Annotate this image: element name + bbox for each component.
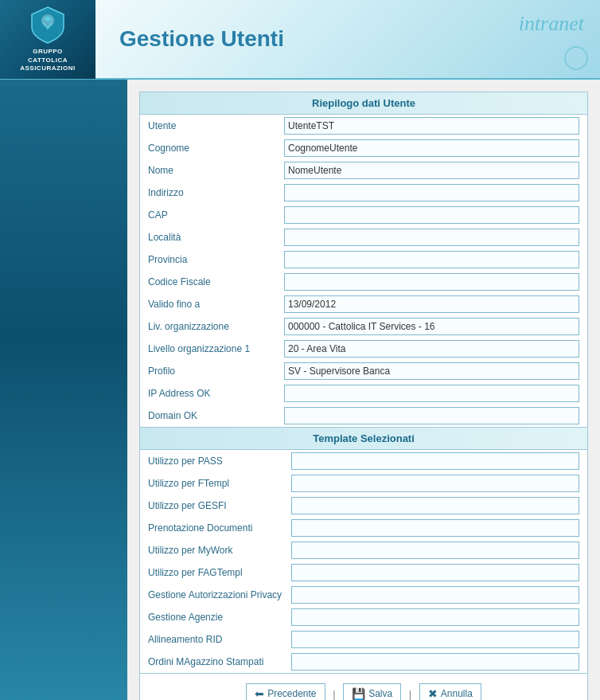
template-input-5[interactable] [291, 564, 579, 581]
logo-text: GRUPPO CATTOLICA ASSICURAZIONI [20, 48, 76, 72]
globe-icon [564, 46, 588, 70]
field-input-9[interactable] [284, 318, 579, 335]
template-input-2[interactable] [291, 497, 579, 514]
field-label-3: Indirizzo [140, 182, 279, 204]
template-value-2[interactable] [286, 495, 587, 517]
annulla-label: Annulla [441, 688, 473, 699]
template-value-8[interactable] [286, 628, 587, 651]
field-label-13: Domain OK [140, 405, 279, 427]
annulla-button[interactable]: ✖ Annulla [419, 683, 481, 700]
form-row: CAP [140, 204, 587, 226]
salva-icon: 💾 [352, 687, 365, 700]
field-label-10: Livello organizzazione 1 [140, 338, 279, 360]
field-label-2: Nome [140, 159, 279, 182]
field-value-0[interactable] [279, 115, 587, 137]
field-label-8: Valido fino a [140, 293, 279, 315]
field-value-7[interactable] [279, 271, 587, 293]
field-label-7: Codice Fiscale [140, 271, 279, 293]
template-label-0: Utilizzo per PASS [140, 450, 286, 472]
field-value-13[interactable] [279, 405, 587, 427]
form-row: Codice Fiscale [140, 271, 587, 293]
template-row: Utilizzo per FAGTempl [140, 561, 587, 584]
template-label-4: Utilizzo per MyWork [140, 539, 286, 561]
field-input-7[interactable] [284, 273, 579, 291]
template-value-4[interactable] [286, 539, 587, 561]
template-input-4[interactable] [291, 542, 579, 559]
field-input-13[interactable] [284, 407, 579, 424]
field-input-6[interactable] [284, 251, 579, 268]
intranet-brand: intranet [519, 12, 584, 36]
salva-button[interactable]: 💾 Salva [343, 683, 401, 700]
form-row: Livello organizzazione 1 [140, 338, 587, 360]
template-row: Prenotazione Documenti [140, 517, 587, 539]
field-label-5: Località [140, 226, 279, 248]
template-row: Allineamento RID [140, 628, 587, 651]
field-value-12[interactable] [279, 382, 587, 405]
template-row: Utilizzo per GESFI [140, 495, 587, 517]
form-row: Domain OK [140, 405, 587, 427]
field-value-6[interactable] [279, 248, 587, 271]
template-label-9: Ordini MAgazzino Stampati [140, 651, 286, 673]
field-value-9[interactable] [279, 315, 587, 338]
form-row: Provincia [140, 248, 587, 271]
form-row: Cognome [140, 137, 587, 159]
template-value-5[interactable] [286, 561, 587, 584]
page-header: GRUPPO CATTOLICA ASSICURAZIONI Gestione … [0, 0, 600, 80]
template-value-0[interactable] [286, 450, 587, 472]
field-input-1[interactable] [284, 139, 579, 157]
field-input-10[interactable] [284, 340, 579, 358]
content-area: Riepilogo dati Utente Utente Cognome Nom… [127, 80, 600, 700]
field-value-3[interactable] [279, 182, 587, 204]
sidebar [0, 80, 127, 700]
separator-1: | [333, 688, 335, 700]
field-input-5[interactable] [284, 229, 579, 246]
field-label-0: Utente [140, 115, 279, 137]
template-value-1[interactable] [286, 472, 587, 495]
template-input-8[interactable] [291, 631, 579, 648]
template-input-6[interactable] [291, 586, 579, 604]
template-value-9[interactable] [286, 651, 587, 673]
precedente-label: Precedente [267, 688, 316, 699]
separator-2: | [409, 688, 411, 700]
annulla-icon: ✖ [428, 687, 438, 700]
section-header-template: Template Selezionati [140, 427, 587, 450]
template-row: Utilizzo per FTempl [140, 472, 587, 495]
salva-label: Salva [368, 688, 392, 699]
template-input-1[interactable] [291, 475, 579, 492]
field-value-2[interactable] [279, 159, 587, 182]
template-row: Gestione Agenzie [140, 606, 587, 628]
field-input-4[interactable] [284, 206, 579, 224]
form-row: Utente [140, 115, 587, 137]
field-value-10[interactable] [279, 338, 587, 360]
field-value-5[interactable] [279, 226, 587, 248]
field-label-4: CAP [140, 204, 279, 226]
template-value-3[interactable] [286, 517, 587, 539]
field-value-8[interactable] [279, 293, 587, 315]
template-value-6[interactable] [286, 584, 587, 606]
template-value-7[interactable] [286, 606, 587, 628]
field-input-8[interactable] [284, 295, 579, 313]
template-input-3[interactable] [291, 519, 579, 537]
template-label-3: Prenotazione Documenti [140, 517, 286, 539]
template-label-8: Allineamento RID [140, 628, 286, 651]
template-data-table: Utilizzo per PASS Utilizzo per FTempl Ut… [140, 450, 587, 673]
field-value-1[interactable] [279, 137, 587, 159]
field-input-11[interactable] [284, 362, 579, 380]
form-row: Liv. organizzazione [140, 315, 587, 338]
field-value-11[interactable] [279, 360, 587, 382]
form-container: Riepilogo dati Utente Utente Cognome Nom… [139, 92, 588, 700]
field-value-4[interactable] [279, 204, 587, 226]
user-data-table: Utente Cognome Nome Indirizzo CAP [140, 115, 587, 427]
field-input-0[interactable] [284, 117, 579, 135]
template-input-0[interactable] [291, 452, 579, 470]
field-input-12[interactable] [284, 385, 579, 402]
template-label-2: Utilizzo per GESFI [140, 495, 286, 517]
field-input-2[interactable] [284, 162, 579, 179]
template-input-7[interactable] [291, 608, 579, 626]
template-input-9[interactable] [291, 653, 579, 671]
template-label-1: Utilizzo per FTempl [140, 472, 286, 495]
form-row: Località [140, 226, 587, 248]
section-header-riepilogo: Riepilogo dati Utente [140, 92, 587, 115]
precedente-button[interactable]: ⬅ Precedente [246, 683, 325, 700]
field-input-3[interactable] [284, 184, 579, 201]
